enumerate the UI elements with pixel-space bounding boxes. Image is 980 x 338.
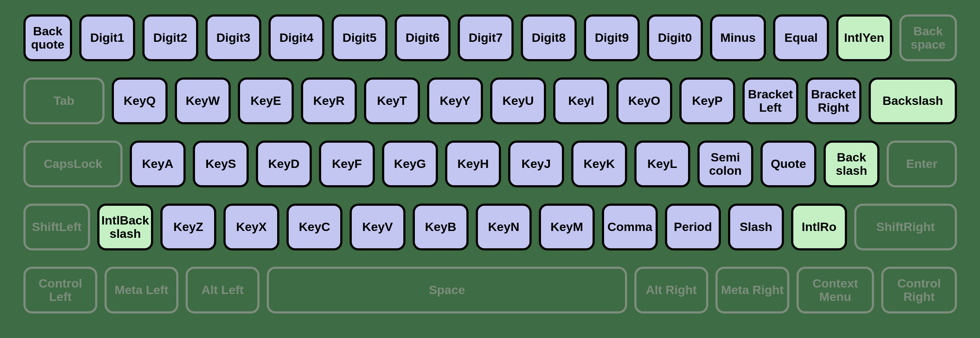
key-quote: Quote — [760, 141, 816, 187]
key-keyo: KeyO — [616, 78, 672, 124]
key-label: KeyU — [503, 94, 534, 107]
key-backslash: Backslash — [869, 78, 957, 124]
key-digit0: Digit0 — [647, 14, 703, 61]
key-label: Alt Left — [202, 283, 243, 297]
key-label: KeyT — [377, 94, 407, 107]
key-label: Comma — [607, 220, 652, 233]
key-minus: Minus — [710, 14, 766, 61]
key-meta-right: Meta Right — [716, 267, 789, 314]
key-capslock: CapsLock — [24, 141, 123, 187]
key-label: Bracket Left — [746, 87, 795, 114]
key-digit1: Digit1 — [79, 14, 135, 61]
key-digit5: Digit5 — [332, 14, 387, 61]
key-label: Digit6 — [406, 31, 439, 44]
key-label: KeyH — [457, 157, 489, 170]
key-label: KeyA — [142, 157, 173, 170]
key-keys: KeyS — [193, 141, 249, 187]
key-label: KeyM — [550, 220, 583, 233]
key-equal: Equal — [773, 14, 829, 61]
key-alt-right: Alt Right — [634, 267, 708, 314]
key-label: KeyC — [299, 220, 330, 233]
key-intlro: IntlRo — [791, 203, 847, 251]
key-context-menu: Context Menu — [797, 267, 874, 314]
key-label: Digit1 — [90, 31, 124, 44]
key-keyq: KeyQ — [112, 78, 168, 124]
key-keyu: KeyU — [490, 78, 546, 124]
key-control-right: Control Right — [881, 267, 957, 314]
key-label: KeyQ — [124, 94, 156, 107]
key-enter: Enter — [887, 141, 957, 187]
key-keyd: KeyD — [256, 141, 312, 187]
key-keyh: KeyH — [445, 141, 501, 187]
key-intlyen: IntlYen — [836, 14, 892, 61]
key-label: Digit7 — [469, 31, 503, 44]
key-digit8: Digit8 — [521, 14, 577, 61]
key-label: CapsLock — [44, 157, 102, 170]
key-label: KeyF — [332, 157, 362, 170]
key-keyg: KeyG — [382, 141, 438, 187]
key-space: Space — [267, 267, 627, 314]
key-label: KeyX — [236, 220, 267, 233]
key-label: Period — [674, 220, 712, 233]
key-digit2: Digit2 — [142, 14, 198, 61]
key-keyy: KeyY — [427, 78, 483, 124]
key-label: Equal — [784, 31, 818, 44]
key-label: ShiftRight — [876, 220, 935, 233]
key-digit7: Digit7 — [458, 14, 514, 61]
key-label: Bracket Right — [809, 87, 858, 114]
key-shiftright: ShiftRight — [854, 203, 957, 251]
key-label: Alt Right — [646, 283, 697, 297]
key-keyz: KeyZ — [161, 203, 216, 251]
key-label: KeyL — [648, 157, 677, 170]
key-label: KeyJ — [522, 157, 551, 170]
key-label: KeyW — [186, 94, 220, 107]
key-label: KeyV — [362, 220, 393, 233]
key-label: Context Menu — [800, 277, 870, 304]
key-meta-left: Meta Left — [105, 267, 178, 314]
key-label: KeyI — [568, 94, 594, 107]
key-label: Control Right — [885, 277, 953, 304]
key-label: KeyS — [205, 157, 236, 170]
key-label: KeyD — [268, 157, 299, 170]
key-label: Digit4 — [279, 31, 313, 44]
key-label: Slash — [740, 220, 772, 233]
key-label: Back quote — [27, 24, 68, 52]
key-period: Period — [665, 203, 721, 251]
key-semi-colon: Semi colon — [697, 141, 753, 187]
key-keyl: KeyL — [634, 141, 690, 187]
key-label: Tab — [54, 94, 75, 107]
key-control-left: Control Left — [24, 267, 97, 314]
key-label: Digit5 — [342, 31, 376, 44]
key-label: KeyE — [250, 94, 281, 107]
key-keye: KeyE — [238, 78, 294, 124]
key-label: IntlYen — [844, 31, 884, 44]
key-label: KeyP — [692, 94, 723, 107]
key-keya: KeyA — [130, 141, 186, 187]
key-bracket-left: Bracket Left — [743, 78, 799, 124]
key-keyj: KeyJ — [508, 141, 564, 187]
key-keyn: KeyN — [476, 203, 531, 251]
key-label: Minus — [720, 31, 756, 44]
key-keyk: KeyK — [571, 141, 627, 187]
key-label: Enter — [906, 157, 937, 170]
key-alt-left: Alt Left — [186, 267, 259, 314]
key-keyp: KeyP — [679, 78, 735, 124]
key-keyi: KeyI — [553, 78, 609, 124]
key-label: Digit8 — [531, 31, 565, 44]
keyboard-diagram: Back quoteDigit1Digit2Digit3Digit4Digit5… — [0, 0, 980, 338]
key-label: Digit0 — [658, 31, 692, 44]
key-keyt: KeyT — [364, 78, 420, 124]
key-digit3: Digit3 — [205, 14, 261, 61]
key-label: ShiftLeft — [32, 220, 82, 233]
key-keyw: KeyW — [175, 78, 231, 124]
key-label: KeyN — [488, 220, 519, 233]
key-label: KeyB — [425, 220, 456, 233]
key-label: KeyR — [313, 94, 345, 107]
key-label: Digit3 — [216, 31, 250, 44]
key-intlback-slash: IntlBack slash — [97, 203, 153, 251]
key-keyb: KeyB — [413, 203, 469, 251]
key-back-slash: Back slash — [824, 141, 880, 187]
key-label: IntlBack slash — [101, 214, 150, 241]
key-digit9: Digit9 — [584, 14, 640, 61]
key-keym: KeyM — [539, 203, 595, 251]
